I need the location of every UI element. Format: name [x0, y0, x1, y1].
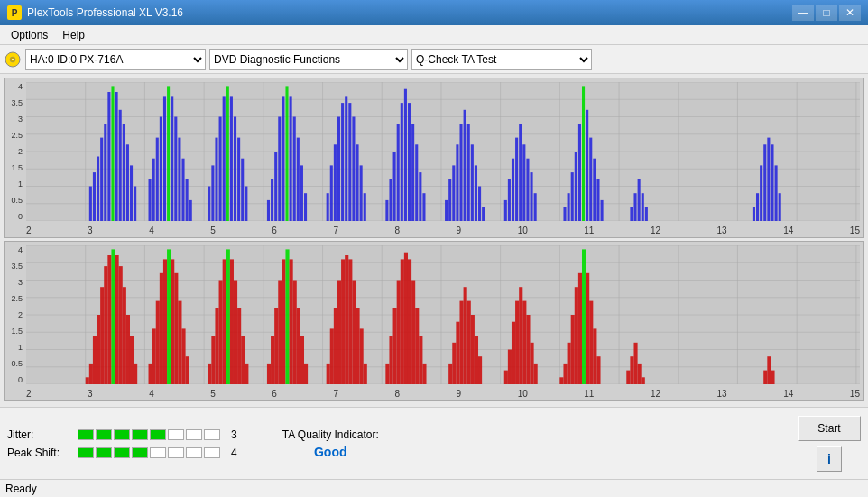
svg-rect-171: [119, 266, 123, 384]
svg-rect-125: [601, 200, 604, 221]
svg-rect-124: [596, 179, 599, 221]
y-labels-top: 4 3.5 3 2.5 2 1.5 1 0.5 0: [5, 82, 24, 221]
test-select[interactable]: Q-Check TA Test: [411, 49, 592, 70]
svg-rect-73: [327, 193, 329, 221]
svg-rect-267: [771, 371, 774, 384]
svg-rect-26: [89, 187, 92, 222]
svg-rect-242: [512, 322, 515, 384]
start-button-section: Start i: [798, 416, 861, 472]
svg-rect-58: [234, 117, 236, 222]
svg-rect-184: [178, 301, 181, 384]
drive-icon: [4, 51, 22, 69]
svg-rect-179: [160, 273, 163, 384]
minimize-button[interactable]: —: [792, 5, 814, 21]
svg-rect-166: [100, 287, 104, 384]
svg-rect-84: [385, 200, 388, 221]
svg-rect-236: [467, 301, 471, 384]
svg-rect-165: [97, 315, 100, 384]
svg-rect-203: [285, 249, 289, 384]
svg-rect-266: [767, 356, 771, 384]
metrics-section: Jitter: 3 Peak Shift:: [7, 428, 237, 459]
maximize-button[interactable]: □: [816, 5, 837, 21]
peak-shift-value: 4: [231, 446, 237, 459]
svg-rect-173: [126, 315, 130, 384]
svg-rect-199: [271, 336, 274, 384]
svg-rect-50: [189, 200, 192, 221]
svg-rect-60: [241, 159, 244, 221]
svg-rect-36: [126, 144, 129, 221]
svg-rect-245: [522, 301, 526, 384]
svg-rect-130: [645, 207, 648, 221]
svg-rect-212: [337, 281, 341, 385]
info-button[interactable]: i: [817, 446, 842, 472]
jitter-seg-3: [114, 429, 130, 440]
svg-rect-225: [404, 253, 408, 384]
svg-rect-232: [452, 343, 456, 384]
svg-rect-82: [360, 165, 363, 221]
svg-rect-69: [293, 117, 296, 222]
svg-rect-41: [156, 138, 159, 221]
svg-rect-135: [767, 138, 770, 221]
svg-point-2: [12, 59, 14, 60]
svg-rect-219: [364, 364, 367, 384]
svg-rect-262: [633, 343, 637, 384]
svg-rect-249: [559, 377, 563, 384]
ta-section: TA Quality Indicator: Good: [282, 428, 379, 459]
ta-quality-label: TA Quality Indicator:: [282, 428, 379, 441]
top-chart-inner: [26, 82, 860, 221]
svg-rect-132: [756, 193, 759, 221]
svg-rect-211: [334, 308, 337, 384]
svg-rect-49: [186, 179, 189, 221]
svg-rect-122: [589, 138, 592, 221]
svg-rect-264: [642, 377, 645, 384]
main-content: 4 3.5 3 2.5 2 1.5 1 0.5 0: [0, 74, 868, 497]
status-text: Ready: [5, 483, 37, 495]
svg-rect-136: [771, 144, 773, 221]
jitter-seg-1: [78, 429, 94, 440]
drive-select[interactable]: HA:0 ID:0 PX-716A: [25, 49, 206, 70]
svg-rect-198: [267, 364, 271, 384]
menu-bar: Options Help: [0, 25, 868, 45]
svg-rect-162: [86, 377, 89, 384]
svg-rect-93: [419, 172, 421, 221]
svg-rect-253: [575, 287, 578, 384]
svg-rect-229: [419, 336, 422, 384]
svg-rect-51: [208, 187, 210, 222]
svg-rect-254: [578, 273, 582, 384]
jitter-seg-6: [168, 429, 184, 440]
svg-rect-234: [459, 301, 463, 384]
svg-rect-43: [163, 96, 166, 221]
svg-rect-61: [245, 187, 247, 222]
svg-rect-208: [304, 364, 308, 384]
svg-rect-202: [282, 259, 285, 384]
menu-options[interactable]: Options: [4, 27, 55, 43]
bottom-chart: 4 3.5 3 2.5 2 1.5 1 0.5 0: [4, 241, 864, 401]
svg-rect-99: [459, 124, 462, 221]
svg-rect-115: [563, 207, 566, 221]
svg-rect-240: [504, 371, 508, 384]
start-button[interactable]: Start: [798, 416, 861, 441]
svg-rect-102: [471, 144, 474, 221]
x-labels-top: 2 3 4 5 6 7 8 9 10 11 12 13 14 15: [26, 225, 860, 235]
status-bar: Ready: [0, 479, 868, 497]
svg-rect-244: [519, 287, 522, 384]
svg-rect-226: [408, 259, 411, 384]
svg-rect-183: [174, 273, 178, 384]
svg-rect-28: [97, 157, 99, 222]
function-select[interactable]: DVD Diagnostic Functions: [209, 49, 408, 70]
svg-rect-163: [89, 364, 93, 384]
svg-rect-111: [522, 144, 525, 221]
svg-rect-66: [282, 96, 284, 221]
svg-rect-103: [475, 165, 477, 221]
close-button[interactable]: ✕: [839, 5, 861, 21]
menu-help[interactable]: Help: [55, 27, 92, 43]
svg-rect-185: [181, 328, 185, 384]
svg-rect-222: [393, 308, 397, 384]
jitter-seg-5: [150, 429, 166, 440]
svg-rect-57: [230, 96, 233, 221]
app-title: PlexTools Professional XL V3.16: [27, 6, 183, 19]
svg-rect-131: [753, 207, 755, 221]
jitter-seg-7: [186, 429, 202, 440]
jitter-seg-8: [204, 429, 220, 440]
svg-rect-108: [512, 159, 514, 221]
